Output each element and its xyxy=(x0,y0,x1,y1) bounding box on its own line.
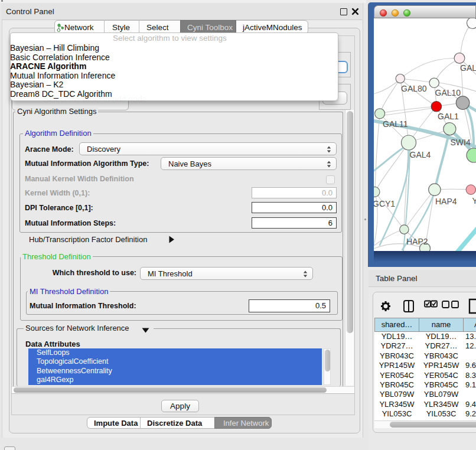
svg-text:HAP4: HAP4 xyxy=(435,197,457,206)
svg-text:GAL10: GAL10 xyxy=(435,88,461,97)
svg-text:GAL7: GAL7 xyxy=(460,63,476,73)
svg-text:GAL11: GAL11 xyxy=(383,119,408,129)
svg-text:HAP2: HAP2 xyxy=(406,237,428,246)
svg-text:GAL4: GAL4 xyxy=(410,150,431,159)
svg-text:YB: YB xyxy=(472,196,476,206)
svg-text:GAL1: GAL1 xyxy=(438,112,459,121)
svg-text:SWI4: SWI4 xyxy=(451,138,471,147)
svg-text:GAL80: GAL80 xyxy=(401,84,427,93)
svg-text:GCY1: GCY1 xyxy=(374,199,395,208)
